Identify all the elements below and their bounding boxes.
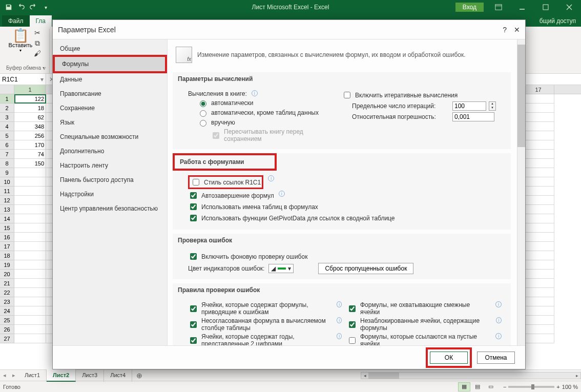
dialog-nav-item[interactable]: Центр управления безопасностью [53, 201, 167, 216]
tab-file[interactable]: Файл [2, 15, 30, 27]
cell[interactable] [14, 288, 46, 297]
cell[interactable]: 150 [14, 159, 46, 168]
cell[interactable] [523, 242, 554, 251]
cell[interactable] [523, 122, 554, 131]
cell[interactable] [523, 288, 554, 297]
cell[interactable] [14, 260, 46, 270]
row-header[interactable]: 10 [0, 177, 14, 187]
row-header[interactable]: 12 [0, 196, 14, 205]
cell[interactable] [14, 223, 46, 233]
cell[interactable] [523, 177, 554, 187]
info-icon[interactable]: i [268, 175, 274, 181]
dialog-nav-item[interactable]: Сохранение [53, 101, 167, 115]
checkbox-enable-iterative[interactable]: Включить итеративные вычисления [342, 90, 458, 100]
row-header[interactable]: 18 [0, 251, 14, 260]
cell[interactable]: 122 [14, 94, 46, 104]
dialog-nav-item[interactable]: Язык [53, 115, 167, 130]
cell[interactable] [14, 325, 46, 334]
row-header[interactable]: 25 [0, 316, 14, 325]
maximize-icon[interactable] [534, 0, 557, 14]
cell[interactable]: 170 [14, 140, 46, 150]
max-iterations-spinner[interactable]: ▲▼ [489, 101, 496, 111]
info-icon[interactable]: i [337, 333, 342, 339]
row-header[interactable]: 16 [0, 233, 14, 242]
cell[interactable] [14, 168, 46, 177]
row-header[interactable]: 2 [0, 104, 14, 113]
copy-icon[interactable]: ⧉ [33, 39, 42, 48]
column-header[interactable]: 17 [523, 85, 554, 94]
cell[interactable] [523, 233, 554, 242]
row-header[interactable]: 15 [0, 223, 14, 233]
cell[interactable] [14, 214, 46, 223]
checkbox-table-names[interactable]: Использовать имена таблиц в формулах [188, 202, 318, 212]
dialog-vertical-scrollbar[interactable] [517, 39, 525, 345]
cell[interactable] [523, 334, 554, 343]
row-header[interactable]: 24 [0, 306, 14, 316]
sheet-nav-next-icon[interactable]: ▸ [9, 372, 18, 379]
cell[interactable] [14, 187, 46, 196]
select-all-corner[interactable] [0, 85, 14, 94]
dialog-nav-item[interactable]: Общие [53, 42, 167, 56]
redo-icon[interactable] [28, 2, 39, 13]
cell[interactable]: 74 [14, 150, 46, 159]
cell[interactable] [523, 159, 554, 168]
cell[interactable]: 348 [14, 122, 46, 131]
dialog-nav-item[interactable]: Надстройки [53, 187, 167, 201]
dialog-nav-item[interactable]: Правописание [53, 87, 167, 101]
cell[interactable] [523, 325, 554, 334]
dialog-nav-item[interactable]: Формулы [55, 57, 165, 71]
cancel-button[interactable]: Отмена [477, 352, 515, 364]
cell[interactable] [523, 168, 554, 177]
row-header[interactable]: 11 [0, 187, 14, 196]
close-icon[interactable] [557, 0, 581, 14]
cell[interactable]: 18 [14, 104, 46, 113]
sheet-nav-prev-icon[interactable]: ◂ [0, 372, 9, 379]
checkbox-rule-empty-refs[interactable]: Формулы, которые ссылаются на пустые яче… [347, 333, 491, 345]
info-icon[interactable]: i [495, 301, 502, 307]
zoom-out-icon[interactable]: − [503, 384, 506, 390]
cell[interactable] [14, 242, 46, 251]
row-header[interactable]: 8 [0, 159, 14, 168]
radio-manual[interactable]: вручную [197, 118, 235, 127]
dialog-nav-item[interactable]: Настроить ленту [53, 158, 167, 173]
cell[interactable] [523, 104, 554, 113]
login-button[interactable]: Вход [455, 3, 484, 12]
dialog-nav-item[interactable]: Панель быстрого доступа [53, 173, 167, 187]
view-normal-icon[interactable]: ▦ [458, 382, 470, 391]
cell[interactable] [523, 94, 554, 104]
add-sheet-icon[interactable]: ⊕ [132, 372, 147, 380]
sheet-tab[interactable]: Лист1 [18, 369, 47, 382]
tab-home[interactable]: Гла [30, 15, 52, 27]
cell[interactable] [523, 270, 554, 279]
scroll-thumb[interactable] [368, 373, 399, 379]
cell[interactable] [14, 334, 46, 343]
info-icon[interactable]: i [337, 301, 342, 307]
minimize-icon[interactable] [510, 0, 534, 14]
sheet-tab[interactable]: Лист2 [47, 369, 76, 382]
row-header[interactable]: 19 [0, 260, 14, 270]
horizontal-scrollbar[interactable]: ◂ ▸ [361, 372, 581, 379]
checkbox-bg-error-check[interactable]: Включить фоновую проверку ошибок [188, 252, 307, 261]
cell[interactable] [523, 187, 554, 196]
cell[interactable] [523, 297, 554, 306]
checkbox-rule-omits-cells[interactable]: Формулы, не охватывающие смежные ячейки [347, 301, 491, 316]
cell[interactable] [14, 233, 46, 242]
zoom-slider[interactable] [508, 386, 554, 388]
zoom-in-icon[interactable]: + [556, 384, 559, 390]
max-iterations-input[interactable] [452, 101, 486, 111]
info-icon[interactable]: i [495, 333, 502, 339]
dialog-help-icon[interactable]: ? [503, 26, 507, 34]
checkbox-rule-formula-errors[interactable]: Ячейки, которые содержат формулы, привод… [188, 301, 332, 316]
info-icon[interactable]: i [279, 191, 285, 197]
cell[interactable] [523, 150, 554, 159]
scroll-right-icon[interactable]: ▸ [573, 373, 580, 378]
row-header[interactable]: 1 [0, 94, 14, 104]
cell[interactable] [14, 306, 46, 316]
info-icon[interactable]: i [337, 317, 342, 323]
cell[interactable] [523, 113, 554, 122]
row-header[interactable]: 22 [0, 288, 14, 297]
row-header[interactable]: 3 [0, 113, 14, 122]
cell[interactable] [14, 196, 46, 205]
name-box[interactable]: R1C1 ▾ [0, 74, 46, 85]
row-header[interactable]: 9 [0, 168, 14, 177]
